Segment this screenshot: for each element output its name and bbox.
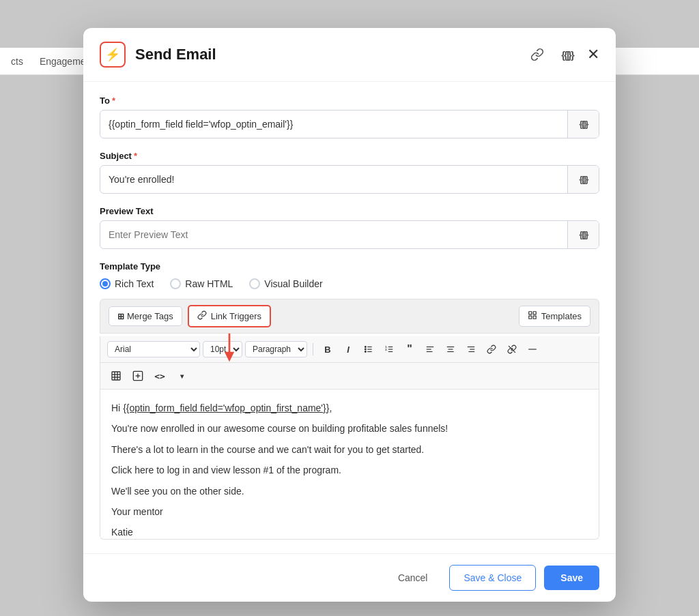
dropdown-button[interactable]: ▾ [173, 367, 190, 385]
svg-point-11 [365, 351, 366, 353]
radio-visual-builder[interactable]: Visual Builder [249, 278, 322, 289]
svg-rect-5 [533, 316, 536, 319]
templates-icon [528, 310, 537, 322]
font-selector[interactable]: Arial Times New Roman Verdana [107, 341, 200, 357]
merge-tags-icon: ⊞ [117, 312, 123, 321]
radio-raw-html[interactable]: Raw HTML [170, 278, 233, 289]
send-email-modal: ⚡ Send Email {{|}} ✕ [83, 28, 616, 602]
radio-rich-text[interactable]: Rich Text [100, 278, 154, 289]
italic-button[interactable]: I [339, 340, 357, 358]
modal-title: Send Email [135, 46, 517, 63]
svg-rect-2 [529, 312, 532, 314]
align-right-button[interactable] [462, 340, 480, 358]
ordered-list-button[interactable]: 1.2. [380, 340, 398, 358]
to-required: * [112, 96, 115, 106]
to-merge-tag-button[interactable]: {{|}} [567, 111, 599, 138]
template-type-section: Template Type Rich Text Raw HTML Visual … [100, 261, 599, 289]
special-chars-button[interactable] [129, 367, 147, 385]
modal-footer: Cancel Save & Close Save [83, 553, 616, 602]
editor-content[interactable]: Hi {{optin_form_field field='wfop_optin_… [100, 390, 599, 540]
svg-rect-3 [533, 312, 536, 314]
link-triggers-button[interactable]: Link Triggers [188, 305, 271, 327]
preview-text-field-group: Preview Text {{|}} [100, 206, 599, 249]
to-input[interactable] [100, 112, 567, 136]
svg-rect-28 [112, 372, 120, 380]
modal-body: To * {{|}} Subject * [83, 82, 616, 553]
radio-raw-html-circle [170, 278, 181, 289]
svg-point-9 [365, 347, 366, 348]
merge-tags-header-icon[interactable]: {{|}} [557, 44, 577, 65]
subject-label: Subject * [100, 151, 599, 161]
svg-text:2.: 2. [385, 348, 387, 351]
merge-tags-button[interactable]: ⊞ Merge Tags [109, 306, 182, 326]
toolbar-left: ⊞ Merge Tags Link Triggers [109, 305, 271, 327]
template-type-label: Template Type [100, 261, 599, 272]
code-button[interactable]: <> [151, 367, 169, 385]
templates-button[interactable]: Templates [519, 306, 590, 327]
templates-label: Templates [541, 311, 582, 321]
save-button[interactable]: Save [544, 566, 599, 590]
subject-merge-tag-button[interactable]: {{|}} [567, 166, 599, 193]
link-triggers-label: Link Triggers [211, 311, 261, 321]
link-triggers-wrapper: Link Triggers [188, 305, 271, 327]
preview-text-input-wrapper: {{|}} [100, 220, 599, 249]
horizontal-rule-button[interactable] [524, 340, 541, 358]
preview-text-label: Preview Text [100, 206, 599, 216]
close-button[interactable]: ✕ [587, 46, 599, 63]
radio-visual-builder-circle [249, 278, 260, 289]
format-selector[interactable]: Paragraph Heading 1 Heading 2 [245, 341, 307, 357]
link-triggers-icon [197, 310, 207, 322]
modal-header: ⚡ Send Email {{|}} ✕ [83, 28, 616, 82]
to-input-wrapper: {{|}} [100, 110, 599, 138]
merge-tags-label: Merge Tags [127, 311, 173, 321]
table-button[interactable] [107, 367, 125, 385]
save-close-button[interactable]: Save & Close [449, 565, 536, 591]
modal-backdrop: ⚡ Send Email {{|}} ✕ [0, 0, 699, 616]
subject-field-group: Subject * {{|}} [100, 151, 599, 194]
radio-raw-html-label: Raw HTML [185, 278, 233, 289]
svg-rect-4 [529, 316, 532, 319]
blockquote-button[interactable]: " [401, 340, 418, 358]
lightning-icon: ⚡ [100, 42, 126, 68]
radio-rich-text-circle [100, 278, 111, 289]
font-size-selector[interactable]: 8pt 10pt 12pt 14pt [203, 341, 242, 357]
subject-required: * [134, 151, 137, 161]
radio-rich-text-label: Rich Text [115, 278, 154, 289]
align-center-button[interactable] [442, 340, 459, 358]
editor-toolbar-row2: <> ▾ [100, 363, 599, 390]
unlink-button[interactable] [503, 340, 521, 358]
preview-text-input[interactable] [100, 222, 567, 247]
align-left-button[interactable] [421, 340, 439, 358]
unordered-list-button[interactable] [360, 340, 377, 358]
radio-visual-builder-label: Visual Builder [264, 278, 322, 289]
to-label: To * [100, 96, 599, 106]
subject-input-wrapper: {{|}} [100, 165, 599, 194]
editor-toolbar-section: ⊞ Merge Tags Link Triggers [100, 299, 599, 334]
header-actions: {{|}} ✕ [527, 44, 599, 65]
svg-point-10 [365, 349, 366, 350]
svg-line-26 [509, 346, 515, 352]
link-button[interactable] [483, 340, 500, 358]
subject-input[interactable] [100, 167, 567, 192]
radio-group: Rich Text Raw HTML Visual Builder [100, 278, 599, 289]
merge-tag-first-name: {{optin_form_field field='wfop_optin_fir… [123, 402, 329, 413]
preview-merge-tag-button[interactable]: {{|}} [567, 221, 599, 248]
bold-button[interactable]: B [319, 340, 337, 358]
editor-toolbar-row1: Arial Times New Roman Verdana 8pt 10pt 1… [100, 336, 599, 363]
to-field-group: To * {{|}} [100, 96, 599, 138]
toolbar-divider-1 [313, 343, 313, 355]
cancel-button[interactable]: Cancel [384, 566, 442, 590]
link-icon[interactable] [527, 44, 547, 65]
